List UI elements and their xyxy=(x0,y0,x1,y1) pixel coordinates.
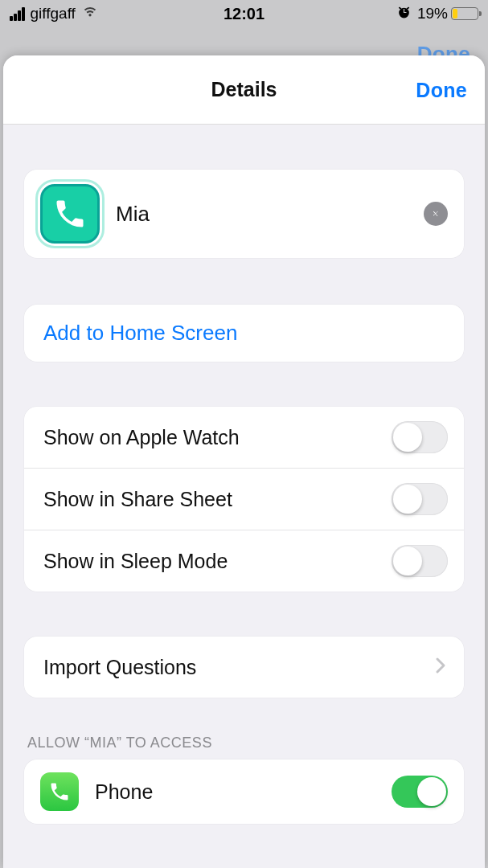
chevron-right-icon xyxy=(435,654,446,680)
sheet-title: Details xyxy=(211,78,277,101)
clear-name-button[interactable] xyxy=(424,202,448,226)
import-questions-card[interactable]: Import Questions xyxy=(24,637,464,698)
status-bar: giffgaff 12:01 19% xyxy=(0,0,488,27)
cellular-signal-icon xyxy=(10,6,25,21)
add-home-screen-label: Add to Home Screen xyxy=(43,321,445,346)
toggle-sleep-mode[interactable] xyxy=(392,545,448,577)
status-left: giffgaff xyxy=(10,4,99,24)
import-questions-row: Import Questions xyxy=(24,637,464,698)
sheet-header: Details Done xyxy=(3,55,485,125)
details-sheet: Details Done Mia Add to Home Screen Show… xyxy=(3,55,485,868)
phone-icon xyxy=(52,196,88,231)
toggle-access-phone[interactable] xyxy=(392,776,448,808)
row-label: Show in Sleep Mode xyxy=(43,550,228,573)
shortcut-name-card: Mia xyxy=(24,170,464,258)
sheet-content: Mia Add to Home Screen Show on Apple Wat… xyxy=(3,170,485,856)
toggle-apple-watch[interactable] xyxy=(392,421,448,453)
alarm-icon xyxy=(396,4,412,23)
access-card: Phone xyxy=(24,760,464,824)
wifi-icon xyxy=(81,4,99,24)
status-right: 19% xyxy=(396,4,478,23)
close-icon xyxy=(430,208,441,219)
battery: 19% xyxy=(417,5,478,23)
toggle-share-sheet[interactable] xyxy=(392,483,448,515)
status-time: 12:01 xyxy=(223,5,265,23)
carrier-name: giffgaff xyxy=(31,5,76,23)
row-show-share-sheet: Show in Share Sheet xyxy=(24,469,464,530)
access-row-phone: Phone xyxy=(24,760,464,824)
done-button[interactable]: Done xyxy=(416,78,467,101)
battery-icon xyxy=(451,7,478,20)
import-questions-label: Import Questions xyxy=(43,656,196,679)
battery-pct: 19% xyxy=(417,5,448,23)
access-section-title: ALLOW “MIA” TO ACCESS xyxy=(27,735,461,751)
access-row-label: Phone xyxy=(95,780,375,804)
shortcut-icon-button[interactable] xyxy=(40,184,100,244)
row-label: Show in Share Sheet xyxy=(43,488,232,511)
shortcut-name-input[interactable]: Mia xyxy=(116,202,408,227)
row-label: Show on Apple Watch xyxy=(43,426,240,449)
add-home-screen-card[interactable]: Add to Home Screen xyxy=(24,305,464,362)
phone-app-icon xyxy=(40,772,79,811)
row-show-apple-watch: Show on Apple Watch xyxy=(24,407,464,469)
toggle-group: Show on Apple Watch Show in Share Sheet … xyxy=(24,407,464,592)
row-show-sleep-mode: Show in Sleep Mode xyxy=(24,530,464,592)
phone-icon xyxy=(48,780,71,803)
